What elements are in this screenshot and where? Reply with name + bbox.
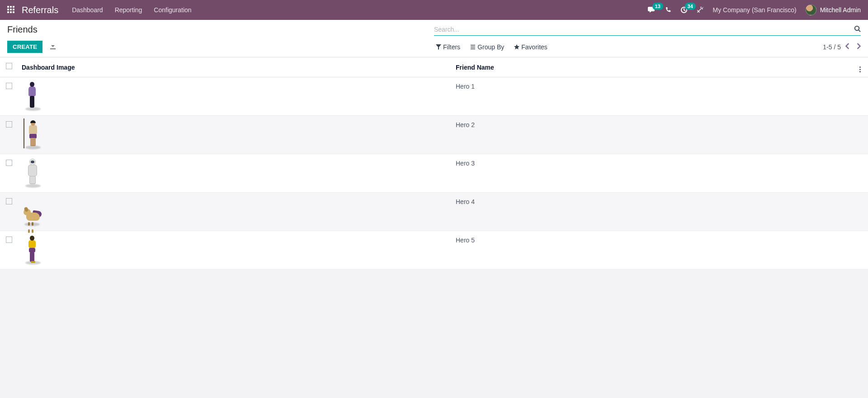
messages-badge: 13 xyxy=(652,3,663,10)
favorites-button[interactable]: Favorites xyxy=(514,43,547,51)
messages-icon[interactable]: 13 xyxy=(648,6,656,14)
row-image-cell xyxy=(18,231,452,270)
column-header-name[interactable]: Friend Name xyxy=(452,57,852,77)
apps-icon[interactable] xyxy=(7,6,15,14)
pager-prev-icon[interactable] xyxy=(845,43,850,51)
search-icon[interactable] xyxy=(850,25,861,33)
pager: 1-5 / 5 xyxy=(823,43,861,51)
columns-menu-icon[interactable] xyxy=(859,66,861,72)
menu-reporting[interactable]: Reporting xyxy=(115,6,142,14)
row-checkbox[interactable] xyxy=(6,160,12,166)
hero-figure xyxy=(24,207,43,225)
top-navbar: Referrals Dashboard Reporting Configurat… xyxy=(0,0,868,20)
user-menu[interactable]: Mitchell Admin xyxy=(806,5,861,15)
row-checkbox[interactable] xyxy=(6,121,12,128)
row-name-cell: Hero 4 xyxy=(452,193,852,231)
groupby-label: Group By xyxy=(477,43,504,51)
row-image-cell xyxy=(18,193,452,231)
create-button[interactable]: CREATE xyxy=(7,41,42,53)
row-name-cell: Hero 5 xyxy=(452,231,852,270)
row-image-cell xyxy=(18,154,452,193)
row-name-cell: Hero 1 xyxy=(452,77,852,116)
hero-figure xyxy=(24,119,41,148)
favorites-label: Favorites xyxy=(521,43,547,51)
activities-badge: 34 xyxy=(685,3,696,10)
pager-next-icon[interactable] xyxy=(856,43,861,51)
table-row[interactable]: Hero 5 xyxy=(0,231,868,270)
row-checkbox[interactable] xyxy=(6,83,12,89)
phone-icon[interactable] xyxy=(665,7,671,13)
search-bar[interactable] xyxy=(434,24,861,36)
main-menu: Dashboard Reporting Configuration xyxy=(72,6,191,14)
row-checkbox[interactable] xyxy=(6,198,12,204)
user-name: Mitchell Admin xyxy=(820,6,861,14)
pager-text[interactable]: 1-5 / 5 xyxy=(823,43,841,51)
friends-table: Dashboard Image Friend Name Hero 1Hero 2… xyxy=(0,57,868,270)
friend-name: Hero 2 xyxy=(456,119,848,128)
row-image-cell xyxy=(18,77,452,116)
export-button[interactable] xyxy=(46,40,60,53)
debug-icon[interactable] xyxy=(697,6,704,14)
row-name-cell: Hero 2 xyxy=(452,116,852,154)
company-selector[interactable]: My Company (San Francisco) xyxy=(713,6,797,14)
groupby-button[interactable]: Group By xyxy=(470,43,504,51)
filters-label: Filters xyxy=(443,43,460,51)
hero-figure xyxy=(24,235,41,264)
control-panel: Friends CREATE Filters xyxy=(0,20,868,57)
select-all-checkbox[interactable] xyxy=(6,63,12,69)
column-header-image[interactable]: Dashboard Image xyxy=(18,57,452,77)
table-row[interactable]: Hero 3 xyxy=(0,154,868,193)
friend-name: Hero 4 xyxy=(456,196,848,205)
table-row[interactable]: Hero 2 xyxy=(0,116,868,154)
hero-figure xyxy=(24,81,41,110)
menu-dashboard[interactable]: Dashboard xyxy=(72,6,103,14)
filters-button[interactable]: Filters xyxy=(436,43,460,51)
activities-icon[interactable]: 34 xyxy=(680,6,688,14)
hero-figure xyxy=(24,158,41,187)
row-name-cell: Hero 3 xyxy=(452,154,852,193)
friend-name: Hero 1 xyxy=(456,81,848,90)
page-title: Friends xyxy=(7,24,38,35)
row-checkbox[interactable] xyxy=(6,237,12,243)
table-row[interactable]: Hero 4 xyxy=(0,193,868,231)
avatar xyxy=(806,5,816,15)
friend-name: Hero 5 xyxy=(456,235,848,244)
svg-point-1 xyxy=(855,26,859,30)
menu-configuration[interactable]: Configuration xyxy=(154,6,191,14)
table-row[interactable]: Hero 1 xyxy=(0,77,868,116)
row-image-cell xyxy=(18,116,452,154)
search-input[interactable] xyxy=(434,26,850,33)
app-brand[interactable]: Referrals xyxy=(22,5,58,15)
friend-name: Hero 3 xyxy=(456,158,848,167)
